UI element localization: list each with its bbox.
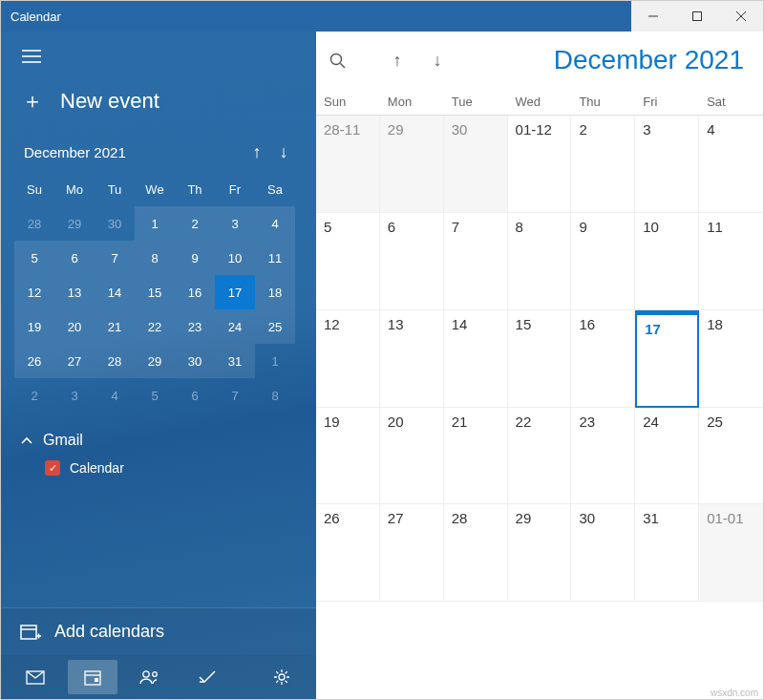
mini-day-cell[interactable]: 14 <box>95 275 135 309</box>
mini-day-cell[interactable]: 12 <box>14 275 54 309</box>
mini-day-cell[interactable]: 27 <box>54 344 95 378</box>
grid-day-cell[interactable]: 01-01 <box>699 504 763 602</box>
next-month-button[interactable]: ↓ <box>417 51 457 71</box>
mini-day-cell[interactable]: 18 <box>255 275 295 309</box>
close-button[interactable] <box>719 1 763 32</box>
mini-next-button[interactable]: ↓ <box>270 142 297 162</box>
calendar-list-item[interactable]: ✓ Calendar <box>1 455 316 479</box>
grid-day-cell[interactable]: 7 <box>444 213 508 310</box>
grid-day-cell[interactable]: 30 <box>444 116 508 213</box>
grid-day-cell[interactable]: 22 <box>508 408 572 505</box>
account-toggle[interactable]: Gmail <box>1 418 316 455</box>
search-button[interactable] <box>329 53 370 69</box>
mini-day-cell[interactable]: 24 <box>215 309 255 344</box>
mini-day-cell[interactable]: 30 <box>95 206 135 241</box>
grid-day-cell[interactable]: 30 <box>571 504 635 602</box>
grid-day-cell[interactable]: 2 <box>571 116 635 213</box>
grid-day-cell[interactable]: 28-11 <box>316 116 380 213</box>
mini-day-cell[interactable]: 22 <box>135 309 175 344</box>
mini-day-cell[interactable]: 10 <box>215 241 255 275</box>
add-calendars-button[interactable]: Add calendars <box>1 607 316 655</box>
mini-day-cell[interactable]: 29 <box>135 344 175 378</box>
grid-day-cell[interactable]: 17 <box>635 310 699 408</box>
mini-day-cell[interactable]: 13 <box>54 275 95 309</box>
mini-day-cell[interactable]: 25 <box>255 309 295 344</box>
titlebar: Calendar <box>1 1 763 32</box>
grid-day-cell[interactable]: 19 <box>316 408 380 505</box>
mini-day-cell[interactable]: 28 <box>14 206 54 241</box>
mini-day-cell[interactable]: 1 <box>135 206 175 241</box>
mini-day-head: Sa <box>255 172 295 206</box>
mini-day-cell[interactable]: 20 <box>54 309 95 344</box>
mini-day-cell[interactable]: 2 <box>14 378 54 413</box>
mini-day-cell[interactable]: 5 <box>14 241 54 275</box>
mini-day-cell[interactable]: 8 <box>135 241 175 275</box>
mini-day-cell[interactable]: 3 <box>54 378 95 413</box>
mini-day-cell[interactable]: 1 <box>255 344 295 378</box>
grid-day-cell[interactable]: 16 <box>571 310 635 408</box>
grid-day-cell[interactable]: 25 <box>699 408 763 505</box>
grid-day-cell[interactable]: 15 <box>508 310 572 408</box>
mini-day-cell[interactable]: 19 <box>14 309 54 344</box>
settings-button[interactable] <box>257 660 307 694</box>
grid-day-cell[interactable]: 20 <box>380 408 444 505</box>
grid-day-cell[interactable]: 31 <box>635 504 699 602</box>
mail-button[interactable] <box>11 660 60 694</box>
mini-day-cell[interactable]: 23 <box>175 309 215 344</box>
mini-day-cell[interactable]: 26 <box>14 344 54 378</box>
prev-month-button[interactable]: ↑ <box>377 51 417 71</box>
grid-day-cell[interactable]: 11 <box>699 213 763 310</box>
grid-day-cell[interactable]: 21 <box>444 408 508 505</box>
mini-day-cell[interactable]: 17 <box>215 275 255 309</box>
mini-day-head: Fr <box>215 172 255 206</box>
grid-day-cell[interactable]: 6 <box>380 213 444 310</box>
mini-day-cell[interactable]: 6 <box>175 378 215 413</box>
mini-day-cell[interactable]: 15 <box>135 275 175 309</box>
grid-day-cell[interactable]: 5 <box>316 213 380 310</box>
mini-day-cell[interactable]: 7 <box>215 378 255 413</box>
grid-day-cell[interactable]: 10 <box>635 213 699 310</box>
grid-day-cell[interactable]: 9 <box>571 213 635 310</box>
grid-day-cell[interactable]: 23 <box>571 408 635 505</box>
mini-prev-button[interactable]: ↑ <box>244 142 270 162</box>
mini-day-cell[interactable]: 5 <box>135 378 175 413</box>
plus-icon: ＋ <box>22 87 43 116</box>
grid-day-cell[interactable]: 27 <box>380 504 444 602</box>
mini-day-cell[interactable]: 3 <box>215 206 255 241</box>
mini-day-cell[interactable]: 29 <box>54 206 95 241</box>
todo-button[interactable] <box>182 660 232 694</box>
mini-day-cell[interactable]: 7 <box>95 241 135 275</box>
hamburger-button[interactable] <box>18 43 45 70</box>
grid-day-cell[interactable]: 18 <box>699 310 763 408</box>
calendar-button[interactable] <box>68 660 117 694</box>
grid-day-cell[interactable]: 24 <box>635 408 699 505</box>
mini-day-cell[interactable]: 31 <box>215 344 255 378</box>
minimize-button[interactable] <box>631 1 675 32</box>
grid-day-cell[interactable]: 8 <box>508 213 572 310</box>
mini-day-cell[interactable]: 28 <box>95 344 135 378</box>
grid-day-cell[interactable]: 4 <box>699 116 763 213</box>
mini-day-cell[interactable]: 8 <box>255 378 295 413</box>
maximize-button[interactable] <box>675 1 719 32</box>
mini-day-cell[interactable]: 4 <box>95 378 135 413</box>
people-icon <box>139 669 160 685</box>
mini-day-cell[interactable]: 2 <box>175 206 215 241</box>
grid-day-cell[interactable]: 29 <box>508 504 572 602</box>
mini-day-cell[interactable]: 6 <box>54 241 95 275</box>
grid-day-cell[interactable]: 12 <box>316 310 380 408</box>
mini-day-cell[interactable]: 30 <box>175 344 215 378</box>
grid-day-cell[interactable]: 01-12 <box>508 116 572 213</box>
grid-day-cell[interactable]: 26 <box>316 504 380 602</box>
grid-day-cell[interactable]: 13 <box>380 310 444 408</box>
mini-day-cell[interactable]: 9 <box>175 241 215 275</box>
mini-day-cell[interactable]: 16 <box>175 275 215 309</box>
mini-day-cell[interactable]: 4 <box>255 206 295 241</box>
grid-day-cell[interactable]: 3 <box>635 116 699 213</box>
grid-day-cell[interactable]: 28 <box>444 504 508 602</box>
mini-day-cell[interactable]: 11 <box>255 241 295 275</box>
people-button[interactable] <box>125 660 175 694</box>
grid-day-cell[interactable]: 29 <box>380 116 444 213</box>
grid-day-cell[interactable]: 14 <box>444 310 508 408</box>
new-event-button[interactable]: ＋ New event <box>18 74 299 135</box>
mini-day-cell[interactable]: 21 <box>95 309 135 344</box>
